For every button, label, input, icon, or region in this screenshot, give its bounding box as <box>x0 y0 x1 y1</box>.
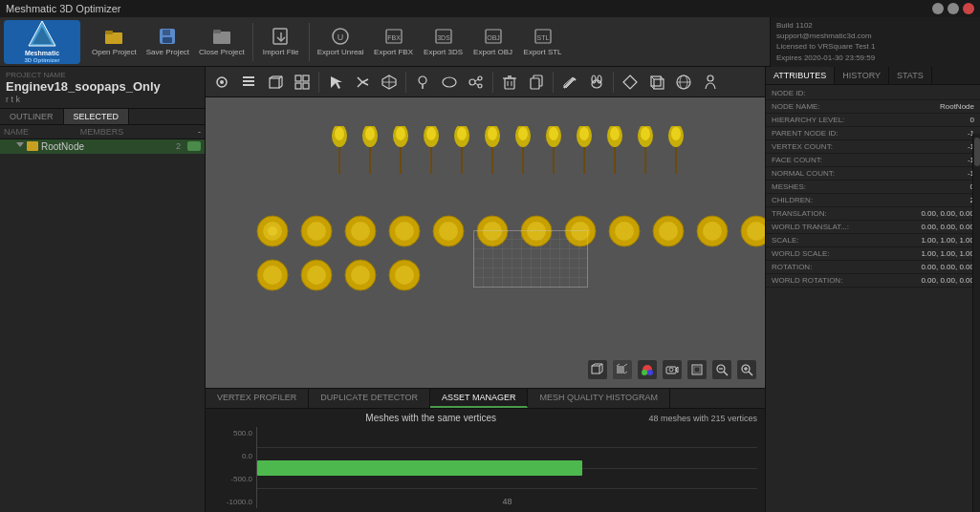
3d-view-button[interactable] <box>587 359 608 380</box>
frame-view-button[interactable] <box>686 359 708 380</box>
save-project-button[interactable]: Save Project <box>142 25 193 58</box>
export-obj-button[interactable]: OBJ Export OBJ <box>469 25 517 58</box>
svg-point-61 <box>592 75 596 83</box>
export-unreal-button[interactable]: U Export Unreal <box>314 25 368 58</box>
camera-view-button[interactable] <box>662 359 683 380</box>
settings-tool-button[interactable] <box>209 70 234 95</box>
zoom-out-button[interactable] <box>711 359 732 380</box>
sphere-outline-tool-button[interactable] <box>671 70 696 95</box>
svg-point-129 <box>659 222 678 241</box>
export-3ds-button[interactable]: 3DS Export 3DS <box>420 25 468 58</box>
svg-rect-35 <box>303 83 309 89</box>
attr-row-world-translation: WORLD TRANSLAT...: 0.00, 0.00, 0.00 <box>766 221 980 234</box>
bottom-panel: VERTEX PROFILER DUPLICATE DETECTOR ASSET… <box>206 388 765 512</box>
outliner-row-rootnode[interactable]: RootNode 2 <box>0 139 205 154</box>
svg-point-78 <box>365 127 375 140</box>
arrow-tool-button[interactable] <box>323 70 348 95</box>
svg-point-153 <box>642 370 647 375</box>
layers-tool-button[interactable] <box>236 70 261 95</box>
pin-tool-button[interactable] <box>410 70 435 95</box>
svg-point-87 <box>457 127 467 140</box>
svg-point-113 <box>307 222 326 241</box>
rabbit-tool-button[interactable] <box>584 70 609 95</box>
color-view-button[interactable] <box>637 359 658 380</box>
stl-icon: STL <box>534 27 553 46</box>
cube-tool-button[interactable] <box>263 70 288 95</box>
svg-marker-63 <box>623 75 637 89</box>
svg-point-48 <box>478 76 482 80</box>
scrollbar-thumb[interactable] <box>974 138 980 166</box>
maximize-button[interactable] <box>947 3 959 14</box>
minimize-button[interactable] <box>932 3 944 14</box>
trash-tool-button[interactable] <box>497 70 522 95</box>
ellipse-tool-button[interactable] <box>437 70 462 95</box>
open-project-button[interactable]: Open Project <box>88 25 141 58</box>
tab-duplicate-detector[interactable]: DUPLICATE DETECTOR <box>309 389 430 408</box>
export-fbx-button[interactable]: FBX Export FBX <box>370 25 418 58</box>
build-info: Build 1102 support@meshmatic3d.com Licen… <box>770 17 980 67</box>
svg-rect-159 <box>694 367 700 373</box>
vt-separator-2 <box>405 72 406 93</box>
visibility-icon[interactable] <box>187 141 201 151</box>
svg-line-150 <box>624 364 627 366</box>
plant-row-top <box>330 126 686 174</box>
import-file-button[interactable]: Import File <box>257 25 305 58</box>
pencil-tool-button[interactable] <box>557 70 582 95</box>
close-project-button[interactable]: Close Project <box>195 25 249 58</box>
svg-point-119 <box>439 222 458 241</box>
svg-rect-8 <box>213 30 221 33</box>
tab-history[interactable]: HISTORY <box>835 67 889 84</box>
person-tool-button[interactable] <box>698 70 723 95</box>
tab-selected[interactable]: SELECTED <box>64 109 130 124</box>
svg-line-161 <box>724 372 728 375</box>
node-member-count: 2 <box>176 141 181 151</box>
outliner-header: NAME MEMBERS - <box>0 125 205 139</box>
solid-view-button[interactable] <box>612 359 633 380</box>
svg-point-90 <box>488 127 497 140</box>
tab-mesh-quality-histogram[interactable]: MESH QUALITY HISTOGRAM <box>528 389 670 408</box>
svg-point-135 <box>263 266 282 285</box>
svg-point-105 <box>641 127 650 140</box>
cube-outline-tool-button[interactable] <box>644 70 669 95</box>
tab-outliner[interactable]: OUTLINER <box>0 109 64 124</box>
svg-rect-5 <box>163 30 170 35</box>
svg-line-37 <box>358 77 362 82</box>
svg-point-22 <box>220 80 224 84</box>
close-button[interactable] <box>963 3 974 14</box>
attr-row-hierarchy-level: HIERARCHY LEVEL: 0 <box>766 114 980 127</box>
node-name-label: RootNode <box>41 141 173 152</box>
svg-point-93 <box>518 127 528 140</box>
svg-line-164 <box>749 372 752 375</box>
svg-point-157 <box>669 368 673 372</box>
attr-row-translation: TRANSLATION: 0.00, 0.00, 0.00 <box>766 207 980 221</box>
svg-text:FBX: FBX <box>387 34 401 41</box>
svg-rect-6 <box>163 37 172 43</box>
y-axis: 500.0 0.0 -500.0 -1000.0 <box>213 427 256 508</box>
tab-vertex-profiler[interactable]: VERTEX PROFILER <box>206 389 309 408</box>
zoom-in-button[interactable] <box>736 359 757 380</box>
export-stl-button[interactable]: STL Export STL <box>519 25 567 58</box>
tab-stats[interactable]: STATS <box>889 67 932 84</box>
project-name-area: PROJECT NAME Enginev18_soopaps_Only r t … <box>0 67 205 109</box>
svg-line-39 <box>362 79 368 82</box>
scissors-tool-button[interactable] <box>350 70 375 95</box>
viewport[interactable] <box>206 97 765 388</box>
outliner-sort-button[interactable]: - <box>198 127 201 137</box>
svg-point-60 <box>592 80 601 88</box>
profiler-count: 48 meshes with 215 vertices <box>648 414 757 423</box>
tab-attributes[interactable]: ATTRIBUTES <box>766 67 835 84</box>
diamond-tool-button[interactable] <box>618 70 642 95</box>
svg-rect-24 <box>243 76 254 78</box>
copy-tool-button[interactable] <box>524 70 549 95</box>
svg-point-46 <box>443 77 456 87</box>
column-name-label: NAME <box>4 127 29 137</box>
mesh-tool-button[interactable] <box>377 70 402 95</box>
left-scrollbar[interactable] <box>972 134 980 512</box>
grid-tool-button[interactable] <box>290 70 315 95</box>
attribute-tab-bar: ATTRIBUTES HISTORY STATS <box>766 67 980 85</box>
viewport-toolbar <box>206 67 765 97</box>
title-bar-controls[interactable] <box>932 3 974 14</box>
connect-tool-button[interactable] <box>464 70 489 95</box>
attr-row-scale: SCALE: 1.00, 1.00, 1.00 <box>766 234 980 247</box>
tab-asset-manager[interactable]: ASSET MANAGER <box>430 389 528 408</box>
